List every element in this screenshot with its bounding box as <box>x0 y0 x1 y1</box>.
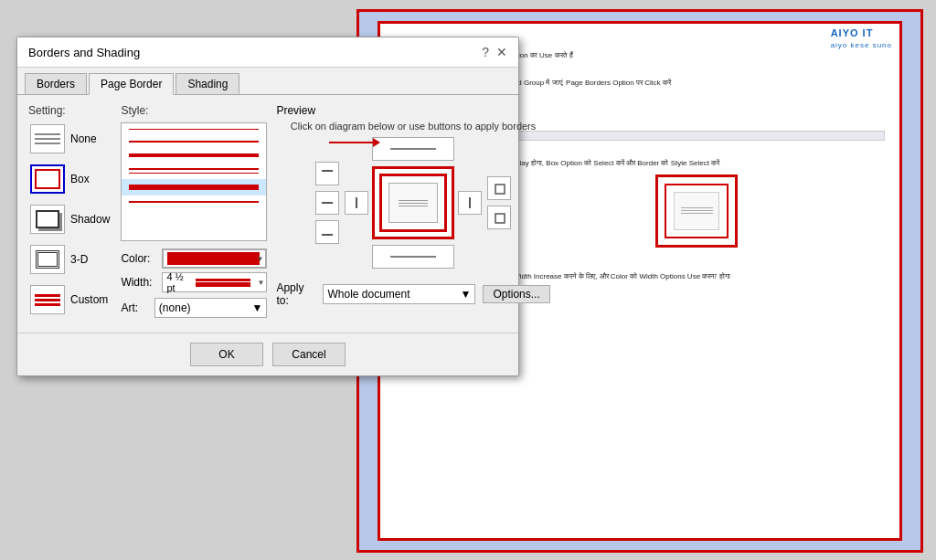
arrow-connector <box>329 142 375 143</box>
dialog-footer: OK Cancel <box>17 333 518 375</box>
width-value: 4 ½ pt <box>166 271 192 293</box>
color-swatch <box>167 252 260 265</box>
color-label: Color: <box>121 252 162 265</box>
cancel-button[interactable]: Cancel <box>272 343 346 366</box>
setting-custom-label: Custom <box>70 293 108 306</box>
help-icon[interactable]: ? <box>482 45 489 59</box>
doc-preview-page <box>505 174 885 248</box>
setting-box[interactable]: Box <box>28 163 112 195</box>
apply-value: Whole document <box>327 288 410 301</box>
ok-button[interactable]: OK <box>190 343 263 366</box>
dropdown-arrow-icon: ▼ <box>256 255 263 263</box>
width-row: Width: 4 ½ pt ▼ <box>121 272 267 292</box>
width-dropdown-arrow-icon: ▼ <box>257 279 264 287</box>
apply-dropdown-arrow-icon: ▼ <box>461 288 472 301</box>
setting-custom-icon <box>30 285 65 314</box>
svg-rect-8 <box>495 214 505 223</box>
svg-rect-7 <box>495 185 505 194</box>
left-border-btn[interactable] <box>345 191 368 215</box>
width-label: Width: <box>121 276 162 289</box>
preview-label: Preview <box>276 104 549 117</box>
style-section: Style: <box>121 104 267 323</box>
style-item-2[interactable] <box>122 135 266 148</box>
preview-hint: Click on diagram below or use buttons to… <box>276 121 549 132</box>
setting-3d[interactable]: 3-D <box>28 243 112 276</box>
watermark: AIYO IT aiyo kese suno <box>831 27 892 49</box>
tab-shading[interactable]: Shading <box>176 73 239 94</box>
setting-section: Setting: None Box <box>28 104 112 323</box>
color-dropdown[interactable]: ▼ <box>162 248 267 269</box>
dialog-body: Setting: None Box <box>17 95 518 333</box>
preview-box <box>372 166 454 239</box>
options-button[interactable]: Options... <box>483 285 549 303</box>
dialog-content: Setting: None Box <box>28 104 507 323</box>
tab-page-border[interactable]: Page Border <box>89 73 174 95</box>
horizontal-border-btn[interactable] <box>315 191 339 215</box>
art-label: Art: <box>121 301 154 314</box>
style-list[interactable] <box>121 122 267 241</box>
apply-section: Apply to: Whole document ▼ Options... <box>276 281 549 307</box>
dialog-titlebar: Borders and Shading ? ✕ <box>17 37 518 68</box>
dialog-title: Borders and Shading <box>28 46 140 59</box>
setting-custom[interactable]: Custom <box>28 283 112 316</box>
style-item-4[interactable] <box>122 163 266 179</box>
setting-3d-label: 3-D <box>70 253 88 266</box>
tab-borders[interactable]: Borders <box>25 73 87 94</box>
setting-none-icon <box>30 124 65 153</box>
setting-shadow-icon <box>30 205 65 234</box>
art-dropdown[interactable]: (none) ▼ <box>154 298 268 318</box>
right-mid-btn[interactable] <box>487 206 511 229</box>
apply-dropdown[interactable]: Whole document ▼ <box>323 284 475 304</box>
color-section: Color: ▼ Width: 4 ½ pt <box>121 248 267 292</box>
borders-shading-dialog: Borders and Shading ? ✕ Borders Page Bor… <box>16 37 519 376</box>
width-dropdown[interactable]: 4 ½ pt ▼ <box>162 272 267 292</box>
apply-label: Apply to: <box>276 281 315 307</box>
style-label: Style: <box>121 104 267 117</box>
style-item-3[interactable] <box>122 148 266 163</box>
tabs-bar: Borders Page Border Shading <box>17 68 518 95</box>
setting-none-label: None <box>70 132 97 145</box>
art-value: (none) <box>159 301 191 314</box>
top-border-btn[interactable] <box>315 162 339 185</box>
art-row: Art: (none) ▼ <box>121 298 267 318</box>
setting-none[interactable]: None <box>28 122 112 155</box>
art-dropdown-arrow-icon: ▼ <box>251 301 262 314</box>
left-border-btn-top[interactable] <box>372 137 454 161</box>
setting-label: Setting: <box>28 104 112 117</box>
close-icon[interactable]: ✕ <box>496 45 507 59</box>
setting-3d-icon <box>30 245 65 274</box>
right-top-btn[interactable] <box>487 176 511 200</box>
color-row: Color: ▼ <box>121 248 267 269</box>
right-border-btn[interactable] <box>458 191 482 215</box>
setting-box-label: Box <box>70 173 90 185</box>
style-item-1[interactable] <box>122 123 266 135</box>
style-item-5-selected[interactable] <box>122 179 266 195</box>
bottom-border-btn[interactable] <box>315 220 339 244</box>
preview-section: Preview Click on diagram below or use bu… <box>276 104 549 323</box>
setting-shadow[interactable]: Shadow <box>28 203 112 236</box>
style-item-6[interactable] <box>122 195 266 208</box>
bottom-border-btn-row[interactable] <box>372 245 454 269</box>
setting-box-icon <box>30 164 65 194</box>
dialog-controls[interactable]: ? ✕ <box>482 45 507 59</box>
setting-shadow-label: Shadow <box>70 213 110 226</box>
preview-inner <box>388 183 438 223</box>
art-section: Art: (none) ▼ <box>121 298 267 318</box>
